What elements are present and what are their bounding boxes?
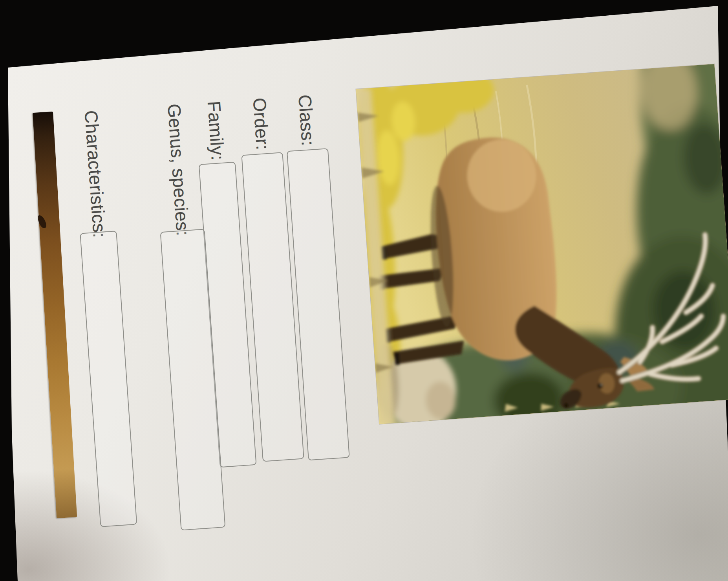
family-label: Family: (203, 100, 228, 161)
photo-frame: Class: Order: Family: Genus, species: Ch… (0, 0, 728, 581)
order-label: Order: (249, 97, 273, 151)
elk-illustration (356, 64, 728, 424)
characteristics-input-box[interactable] (80, 231, 137, 527)
brown-marker-stripe (33, 112, 77, 518)
genus-species-label: Genus, species: (163, 103, 193, 236)
class-label: Class: (294, 94, 318, 147)
worksheet-content: Class: Order: Family: Genus, species: Ch… (8, 7, 728, 581)
characteristics-label: Characteristics: (80, 110, 110, 238)
specimen-photo (356, 64, 728, 424)
